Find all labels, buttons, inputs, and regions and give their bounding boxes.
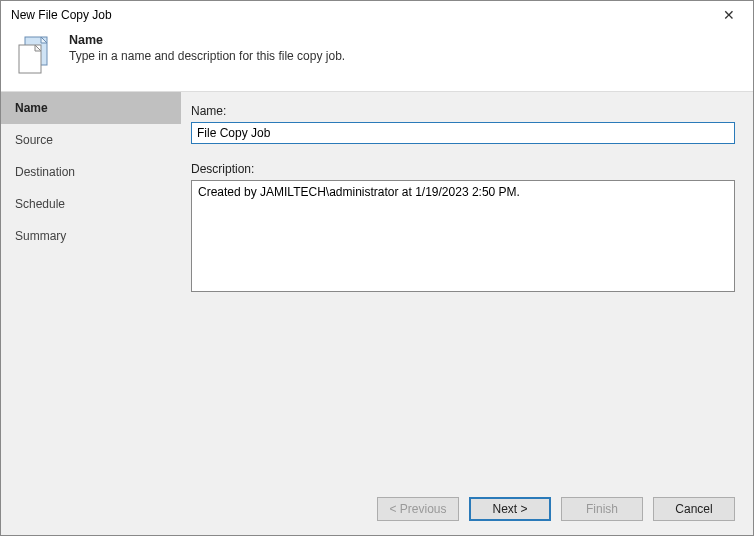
name-label: Name:	[191, 104, 735, 118]
sidebar-item-summary[interactable]: Summary	[1, 220, 181, 252]
wizard-sidebar: Name Source Destination Schedule Summary	[1, 92, 181, 487]
sidebar-item-name[interactable]: Name	[1, 92, 181, 124]
window-title: New File Copy Job	[11, 8, 112, 22]
wizard-footer: < Previous Next > Finish Cancel	[1, 487, 753, 535]
description-label: Description:	[191, 162, 735, 176]
sidebar-item-label: Destination	[15, 165, 75, 179]
close-icon[interactable]: ✕	[715, 7, 743, 23]
header-text: Name Type in a name and description for …	[69, 33, 345, 63]
sidebar-item-label: Source	[15, 133, 53, 147]
wizard-content: Name: Description:	[181, 92, 753, 487]
header-title: Name	[69, 33, 345, 47]
previous-button: < Previous	[377, 497, 459, 521]
sidebar-item-label: Name	[15, 101, 48, 115]
cancel-button[interactable]: Cancel	[653, 497, 735, 521]
finish-button: Finish	[561, 497, 643, 521]
wizard-body: Name Source Destination Schedule Summary…	[1, 92, 753, 487]
header-subtitle: Type in a name and description for this …	[69, 49, 345, 63]
next-button[interactable]: Next >	[469, 497, 551, 521]
sidebar-item-label: Schedule	[15, 197, 65, 211]
sidebar-item-schedule[interactable]: Schedule	[1, 188, 181, 220]
sidebar-item-source[interactable]: Source	[1, 124, 181, 156]
file-copy-icon	[13, 33, 57, 77]
wizard-header: Name Type in a name and description for …	[1, 27, 753, 92]
description-textarea[interactable]	[191, 180, 735, 292]
titlebar: New File Copy Job ✕	[1, 1, 753, 27]
sidebar-item-label: Summary	[15, 229, 66, 243]
sidebar-item-destination[interactable]: Destination	[1, 156, 181, 188]
name-input[interactable]	[191, 122, 735, 144]
